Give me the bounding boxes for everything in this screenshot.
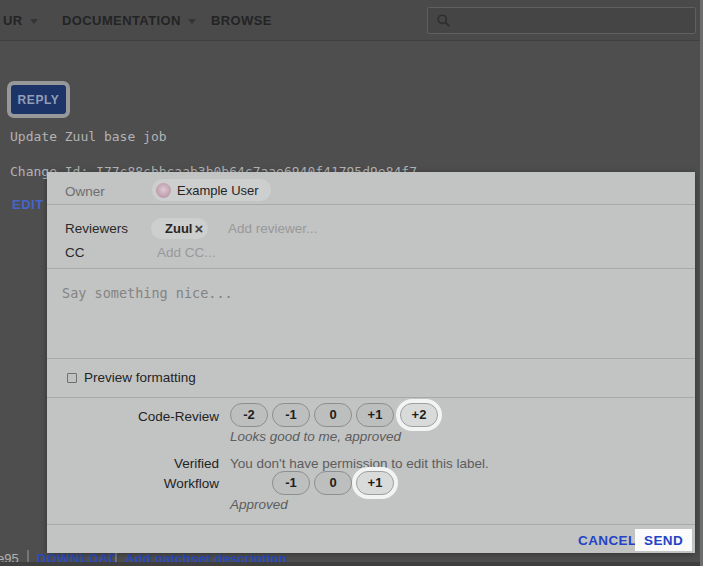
top-nav: UR DOCUMENTATION BROWSE	[0, 0, 703, 41]
divider	[47, 204, 695, 205]
nav-menu-documentation[interactable]: DOCUMENTATION	[62, 0, 196, 41]
code-review-vote-minus2[interactable]: -2	[230, 403, 268, 427]
nav-menu-browse[interactable]: BROWSE	[211, 0, 272, 41]
preview-formatting-label: Preview formatting	[84, 370, 196, 385]
owner-label: Owner	[65, 184, 105, 199]
code-review-vote-minus1[interactable]: -1	[272, 403, 310, 427]
code-review-vote-plus2[interactable]: +2	[400, 403, 438, 427]
remove-reviewer-icon[interactable]: ×	[194, 221, 203, 236]
add-reviewer-input[interactable]	[228, 218, 378, 238]
owner-chip-label: Example User	[177, 183, 259, 198]
workflow-vote-description: Approved	[230, 497, 288, 512]
workflow-vote-plus1[interactable]: +1	[356, 471, 394, 495]
workflow-vote-0[interactable]: 0	[314, 471, 352, 495]
avatar-icon	[156, 183, 171, 198]
verified-label: Verified	[47, 456, 219, 471]
chevron-down-icon	[30, 19, 38, 24]
divider	[47, 358, 695, 359]
window-bottom-edge	[0, 562, 703, 566]
reviewer-chip-label: Zuul	[165, 221, 192, 236]
reviewers-label: Reviewers	[65, 221, 128, 236]
search-icon	[436, 13, 451, 28]
code-review-label: Code-Review	[47, 409, 219, 424]
comment-textarea[interactable]	[47, 269, 695, 358]
owner-chip[interactable]: Example User	[152, 179, 271, 201]
reviewer-chip[interactable]: Zuul ×	[151, 218, 208, 239]
search-input[interactable]	[457, 8, 695, 33]
divider	[47, 397, 695, 398]
nav-menu-browse-label: BROWSE	[211, 13, 272, 28]
add-cc-input[interactable]	[157, 242, 307, 262]
code-review-vote-description: Looks good to me, approved	[230, 429, 401, 444]
reply-button[interactable]: REPLY	[11, 85, 66, 114]
edit-link[interactable]: EDIT	[12, 197, 44, 212]
preview-formatting-checkbox[interactable]	[67, 373, 77, 383]
divider	[47, 524, 695, 525]
nav-menu-documentation-label: DOCUMENTATION	[62, 13, 181, 28]
workflow-vote-minus1[interactable]: -1	[272, 471, 310, 495]
search-box[interactable]	[427, 7, 696, 34]
nav-menu-your-label: UR	[3, 13, 23, 28]
cancel-button[interactable]: CANCEL	[578, 533, 637, 548]
verified-permission-message: You don't have permission to edit this l…	[230, 456, 489, 471]
code-review-vote-0[interactable]: 0	[314, 403, 352, 427]
code-review-vote-plus1[interactable]: +1	[356, 403, 394, 427]
commit-message-subject: Update Zuul base job	[10, 129, 167, 144]
workflow-label: Workflow	[47, 476, 219, 491]
nav-menu-your[interactable]: UR	[3, 0, 38, 41]
send-button[interactable]: SEND	[635, 529, 692, 551]
chevron-down-icon	[188, 19, 196, 24]
gerrit-change-screen: UR DOCUMENTATION BROWSE REPLY Update Zuu…	[0, 0, 703, 566]
cc-label: CC	[65, 245, 85, 260]
reply-dialog: Owner Example User Reviewers Zuul × CC P…	[47, 172, 695, 553]
